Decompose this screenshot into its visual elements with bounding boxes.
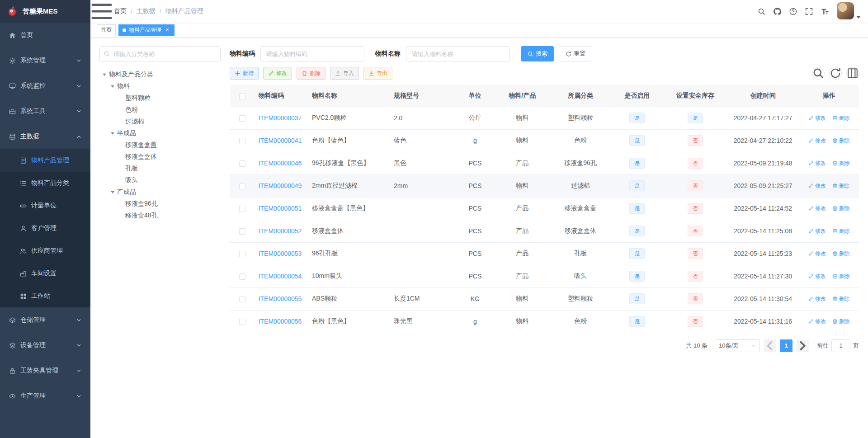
tree-node[interactable]: 过滤棉 — [99, 116, 221, 127]
row-edit-button[interactable]: 修改 — [808, 318, 826, 325]
tree-node[interactable]: 色粉 — [99, 104, 221, 116]
sidebar-subitem-customers[interactable]: 客户管理 — [0, 217, 90, 240]
material-code-link[interactable]: ITEM00000037 — [259, 114, 302, 122]
next-page-button[interactable] — [796, 339, 809, 352]
breadcrumb-item[interactable]: 物料产品管理 — [165, 7, 203, 15]
search-button[interactable]: 搜索 — [521, 46, 554, 61]
sidebar-subitem-workstations[interactable]: 工作站 — [0, 285, 90, 307]
row-edit-button[interactable]: 修改 — [808, 137, 826, 145]
row-checkbox[interactable] — [239, 183, 245, 189]
row-delete-button[interactable]: 删除 — [832, 114, 850, 122]
material-code-input[interactable] — [260, 46, 364, 61]
sidebar-item-system-tools[interactable]: 系统工具 — [0, 99, 90, 124]
tab-home[interactable]: 首页 — [97, 24, 116, 36]
sidebar-subitem-material-categories[interactable]: 物料产品分类 — [0, 172, 90, 194]
fontsize-icon[interactable] — [821, 8, 829, 15]
tab-material-management[interactable]: 物料产品管理× — [118, 24, 175, 36]
app-logo[interactable]: 苦糖果MES — [0, 0, 90, 23]
page-number-1[interactable]: 1 — [780, 339, 793, 352]
sidebar-item-system-management[interactable]: 系统管理 — [0, 48, 90, 73]
prev-page-button[interactable] — [764, 339, 776, 352]
material-code-link[interactable]: ITEM00000049 — [259, 182, 302, 189]
columns-button[interactable] — [846, 67, 859, 80]
row-delete-button[interactable]: 删除 — [832, 205, 850, 212]
tree-node[interactable]: 吸头 — [99, 174, 221, 186]
row-edit-button[interactable]: 修改 — [808, 250, 826, 258]
material-code-link[interactable]: ITEM00000051 — [259, 205, 302, 212]
tree-node[interactable]: 物料及产品分类 — [99, 69, 221, 80]
tree-caret-icon[interactable] — [110, 190, 115, 194]
select-all-checkbox[interactable] — [239, 93, 245, 99]
tree-node[interactable]: 产成品 — [99, 186, 221, 198]
user-menu[interactable] — [837, 2, 861, 20]
tree-node[interactable]: 半成品 — [99, 127, 221, 139]
tree-node[interactable]: 物料 — [99, 80, 221, 92]
row-checkbox[interactable] — [239, 206, 245, 212]
import-button[interactable]: 导入 — [330, 67, 359, 80]
row-checkbox[interactable] — [239, 319, 245, 325]
row-delete-button[interactable]: 删除 — [832, 160, 850, 167]
sidebar-item-master-data[interactable]: 主数据 — [0, 124, 90, 149]
sidebar-subitem-workshops[interactable]: 车间设置 — [0, 262, 90, 285]
row-delete-button[interactable]: 删除 — [832, 182, 850, 190]
tree-node[interactable]: 孔板 — [99, 163, 221, 174]
refresh-button[interactable] — [829, 67, 842, 80]
sidebar-item-home[interactable]: 首页 — [0, 23, 90, 48]
tab-close-icon[interactable]: × — [164, 27, 170, 33]
tree-caret-icon[interactable] — [110, 131, 115, 136]
toggle-search-button[interactable] — [812, 67, 825, 80]
row-edit-button[interactable]: 修改 — [808, 205, 826, 212]
row-checkbox[interactable] — [239, 296, 245, 302]
sidebar-item-equipment[interactable]: 设备管理 — [0, 333, 90, 358]
github-icon[interactable] — [774, 8, 781, 15]
tree-caret-icon[interactable] — [110, 84, 115, 89]
tree-node[interactable]: 移液盒盒体 — [99, 151, 221, 163]
row-checkbox[interactable] — [239, 228, 245, 235]
help-icon[interactable] — [789, 8, 797, 15]
breadcrumb-item[interactable]: 首页 — [114, 7, 127, 15]
sidebar-subitem-measure-units[interactable]: 计量单位 — [0, 194, 90, 217]
row-delete-button[interactable]: 删除 — [832, 318, 850, 325]
row-delete-button[interactable]: 删除 — [832, 227, 850, 235]
sidebar-item-production[interactable]: 生产管理 — [0, 383, 90, 409]
row-checkbox[interactable] — [239, 138, 245, 144]
tree-caret-icon[interactable] — [102, 72, 107, 77]
tree-node[interactable]: 移液盒96孔 — [99, 198, 221, 210]
sidebar-item-system-monitor[interactable]: 系统监控 — [0, 73, 90, 99]
material-code-link[interactable]: ITEM00000052 — [259, 227, 302, 235]
row-edit-button[interactable]: 修改 — [808, 182, 826, 190]
row-edit-button[interactable]: 修改 — [808, 273, 826, 280]
avatar[interactable] — [837, 2, 854, 19]
delete-button[interactable]: 删除 — [297, 67, 326, 80]
row-delete-button[interactable]: 删除 — [832, 273, 850, 280]
row-checkbox[interactable] — [239, 273, 245, 280]
fullscreen-icon[interactable] — [805, 8, 813, 15]
page-size-select[interactable]: 10条/页 — [715, 339, 760, 352]
row-delete-button[interactable]: 删除 — [832, 137, 850, 145]
sidebar-subitem-material-management[interactable]: 物料产品管理 — [0, 149, 90, 172]
material-code-link[interactable]: ITEM00000054 — [259, 273, 302, 280]
add-button[interactable]: 新增 — [230, 67, 259, 80]
tree-node[interactable]: 移液盒48孔 — [99, 210, 221, 221]
material-code-link[interactable]: ITEM00000055 — [259, 295, 302, 302]
breadcrumb-item[interactable]: 主数据 — [137, 7, 156, 15]
tree-search-input[interactable] — [99, 46, 221, 61]
row-edit-button[interactable]: 修改 — [808, 227, 826, 235]
material-code-link[interactable]: ITEM00000046 — [259, 160, 302, 167]
row-checkbox[interactable] — [239, 115, 245, 122]
row-edit-button[interactable]: 修改 — [808, 114, 826, 122]
material-code-link[interactable]: ITEM00000041 — [259, 137, 302, 144]
tree-node[interactable]: 塑料颗粒 — [99, 92, 221, 104]
search-icon[interactable] — [758, 8, 765, 15]
row-checkbox[interactable] — [239, 160, 245, 167]
reset-button[interactable]: 重置 — [559, 46, 592, 61]
row-delete-button[interactable]: 删除 — [832, 295, 850, 303]
material-code-link[interactable]: ITEM00000056 — [259, 318, 302, 325]
edit-button[interactable]: 修改 — [263, 67, 292, 80]
sidebar-subitem-suppliers[interactable]: 供应商管理 — [0, 240, 90, 262]
row-delete-button[interactable]: 删除 — [832, 250, 850, 258]
sidebar-item-warehouse[interactable]: 仓储管理 — [0, 307, 90, 333]
row-edit-button[interactable]: 修改 — [808, 160, 826, 167]
tree-node[interactable]: 移液盒盒盖 — [99, 139, 221, 151]
sidebar-item-tooling[interactable]: 工装夹具管理 — [0, 358, 90, 383]
